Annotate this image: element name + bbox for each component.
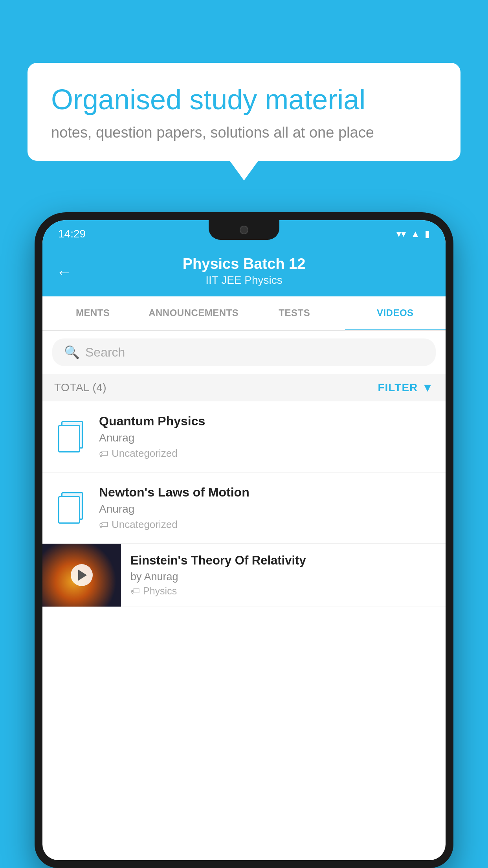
video-author-2: Anurag <box>99 503 434 515</box>
speech-bubble-headline: Organised study material <box>51 83 437 116</box>
search-container: 🔍 Search <box>42 331 446 374</box>
battery-icon: ▮ <box>425 228 430 239</box>
video-author-1: Anurag <box>99 432 434 444</box>
tab-ments[interactable]: MENTS <box>42 296 143 330</box>
tab-tests[interactable]: TESTS <box>244 296 345 330</box>
tab-announcements[interactable]: ANNOUNCEMENTS <box>143 296 244 330</box>
file-page-front-1 <box>58 425 80 452</box>
video-info-3: Einstein's Theory Of Relativity by Anura… <box>121 546 446 605</box>
tag-label-3: Physics <box>143 585 177 597</box>
back-button[interactable]: ← <box>56 263 72 281</box>
screen-subtitle: IIT JEE Physics <box>58 274 430 287</box>
speech-bubble-subtext: notes, question papers, solutions all at… <box>51 124 437 141</box>
phone-frame: 14:29 ▾▾ ▲ ▮ ← Physics Batch 12 IIT JEE … <box>35 212 453 868</box>
tag-icon-1: 🏷 <box>99 448 108 459</box>
video-title-2: Newton's Laws of Motion <box>99 485 434 500</box>
speech-bubble-section: Organised study material notes, question… <box>28 63 460 161</box>
status-bar: 14:29 ▾▾ ▲ ▮ <box>42 220 446 248</box>
filter-button[interactable]: FILTER ▼ <box>378 381 434 394</box>
play-icon-3 <box>78 570 87 581</box>
tab-videos[interactable]: VIDEOS <box>345 296 446 331</box>
file-icon-2 <box>58 492 86 524</box>
screen-title: Physics Batch 12 <box>58 256 430 272</box>
thumbnail-3 <box>42 544 121 607</box>
video-info-1: Quantum Physics Anurag 🏷 Uncategorized <box>99 414 434 460</box>
video-tag-2: 🏷 Uncategorized <box>99 519 434 531</box>
filter-label: FILTER <box>378 381 418 394</box>
video-author-3: by Anurag <box>130 571 436 583</box>
video-list: Quantum Physics Anurag 🏷 Uncategorized <box>42 401 446 607</box>
status-icons: ▾▾ ▲ ▮ <box>396 228 430 239</box>
video-tag-1: 🏷 Uncategorized <box>99 447 434 460</box>
wifi-icon: ▾▾ <box>396 228 406 239</box>
notch <box>209 220 279 240</box>
filter-icon: ▼ <box>422 381 434 394</box>
video-tag-3: 🏷 Physics <box>130 585 436 597</box>
speech-bubble: Organised study material notes, question… <box>28 63 460 161</box>
play-button-3[interactable] <box>71 564 93 586</box>
search-icon: 🔍 <box>64 345 80 360</box>
video-item-1[interactable]: Quantum Physics Anurag 🏷 Uncategorized <box>42 401 446 473</box>
search-bar[interactable]: 🔍 Search <box>52 338 436 366</box>
tag-label-2: Uncategorized <box>112 519 178 531</box>
video-item-3[interactable]: Einstein's Theory Of Relativity by Anura… <box>42 544 446 607</box>
camera-dot <box>240 226 248 234</box>
search-placeholder: Search <box>85 345 125 360</box>
signal-icon: ▲ <box>411 228 420 239</box>
tag-icon-2: 🏷 <box>99 519 108 530</box>
file-icon-container-2 <box>54 492 90 524</box>
file-page-front-2 <box>58 496 80 524</box>
video-info-2: Newton's Laws of Motion Anurag 🏷 Uncateg… <box>99 485 434 531</box>
filter-bar: TOTAL (4) FILTER ▼ <box>42 374 446 401</box>
video-title-3: Einstein's Theory Of Relativity <box>130 554 436 568</box>
phone-screen: 14:29 ▾▾ ▲ ▮ ← Physics Batch 12 IIT JEE … <box>42 220 446 860</box>
app-header: ← Physics Batch 12 IIT JEE Physics <box>42 248 446 296</box>
file-icon-1 <box>58 421 86 452</box>
video-title-1: Quantum Physics <box>99 414 434 428</box>
file-icon-container-1 <box>54 421 90 452</box>
tag-label-1: Uncategorized <box>112 447 178 460</box>
tab-bar: MENTS ANNOUNCEMENTS TESTS VIDEOS <box>42 296 446 331</box>
total-label: TOTAL (4) <box>54 381 106 394</box>
video-item-2[interactable]: Newton's Laws of Motion Anurag 🏷 Uncateg… <box>42 473 446 544</box>
status-time: 14:29 <box>58 228 86 240</box>
tag-icon-3: 🏷 <box>130 586 140 597</box>
